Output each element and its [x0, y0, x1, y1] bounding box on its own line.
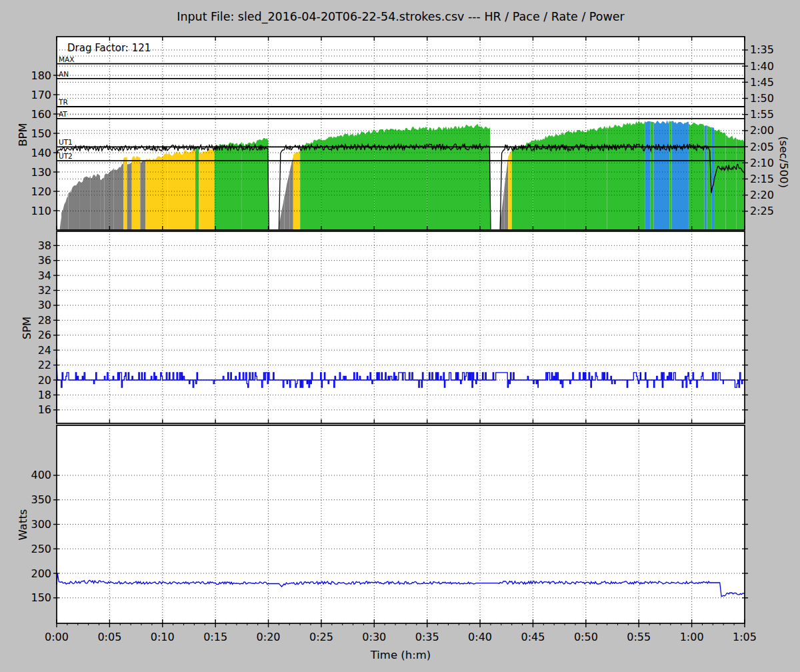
pace-ytick-label: 2:05 [750, 141, 774, 153]
watts-y-axis-label: Watts [17, 509, 29, 541]
pace-ytick-label: 2:15 [750, 173, 774, 185]
hr-bar-segment-gray [91, 174, 100, 231]
x-tick-label: 0:35 [415, 631, 439, 643]
watts-ytick-label: 200 [31, 567, 51, 580]
hr-ytick-label: 150 [31, 127, 51, 140]
zone-label-at: AT [59, 110, 67, 118]
spm-ytick-label: 36 [38, 254, 51, 267]
spm-ytick-label: 20 [38, 374, 51, 387]
hr-bar-segment-green [242, 138, 269, 230]
hr-bar-segment-blue [705, 125, 707, 230]
pace-ytick-label: 1:40 [750, 60, 774, 73]
zone-label-ut2: UT2 [59, 152, 73, 160]
zone-label-ut1: UT1 [59, 138, 73, 146]
hr-bar-segment-yellow [132, 156, 141, 230]
x-tick-label: 0:25 [309, 631, 333, 643]
hr-bar-segment-green [374, 127, 427, 230]
hr-bar-segment-yellow [123, 157, 127, 231]
hr-bar-segment-green [565, 126, 607, 230]
x-tick-label: 0:10 [151, 631, 175, 643]
watts-ytick-label: 350 [31, 493, 51, 506]
chart-canvas: Input File: sled_2016-04-20T06-22-54.str… [0, 0, 800, 672]
x-axis-label: Time (h:m) [370, 649, 431, 661]
pace-ytick-label: 2:10 [750, 157, 774, 169]
hr-bar-segment-green [725, 135, 736, 230]
x-tick-label: 0:05 [97, 631, 121, 643]
hr-bar-segment-gray [127, 163, 132, 230]
hr-ytick-label: 130 [31, 166, 51, 179]
x-tick-label: 0:30 [362, 631, 386, 643]
hr-bar-segment-green [480, 126, 490, 230]
hr-bar-segment-green [736, 139, 745, 230]
hr-ytick-label: 170 [31, 89, 51, 101]
watts-ytick-label: 300 [31, 518, 51, 531]
hr-bar-segment-blue [654, 120, 670, 230]
hr-ytick-label: 160 [31, 108, 51, 121]
hr-bar-segment-yellow [293, 151, 300, 230]
spm-ytick-label: 34 [38, 269, 51, 282]
x-tick-label: 0:00 [45, 631, 69, 643]
spm-ytick-label: 28 [38, 314, 51, 327]
x-tick-label: 1:00 [680, 631, 704, 643]
hr-bar-segment-blue [645, 121, 651, 230]
pace-ytick-label: 1:50 [750, 92, 774, 105]
spm-ytick-label: 32 [38, 284, 51, 297]
hr-bar-segment-green [651, 122, 654, 230]
watts-ytick-label: 150 [31, 591, 51, 604]
hr-bar-segment-yellow [508, 151, 512, 230]
figure: Input File: sled_2016-04-20T06-22-54.str… [0, 0, 800, 672]
pace-ytick-label: 2:20 [750, 189, 774, 201]
x-tick-label: 0:15 [203, 631, 227, 643]
spm-ytick-label: 18 [38, 389, 51, 401]
hr-bar-segment-yellow [145, 153, 167, 230]
hr-bar-segment-green [195, 147, 199, 230]
drag-factor-annotation: Drag Factor: 121 [67, 42, 151, 54]
hr-ytick-label: 110 [31, 205, 51, 217]
x-tick-label: 0:50 [574, 631, 598, 643]
hr-ytick-label: 180 [31, 69, 51, 82]
watts-ytick-label: 250 [31, 543, 51, 555]
hr-ytick-label: 140 [31, 147, 51, 159]
x-tick-label: 0:40 [468, 631, 492, 643]
hr-bar-segment-green [427, 124, 480, 231]
spm-ytick-label: 38 [38, 239, 51, 252]
zone-label-an: AN [59, 70, 69, 78]
pace-ytick-label: 1:35 [750, 43, 774, 56]
spm-ytick-label: 16 [38, 403, 51, 416]
pace-ytick-label: 1:45 [750, 76, 774, 89]
x-tick-label: 0:45 [521, 631, 545, 643]
spm-ytick-label: 22 [38, 359, 51, 371]
hr-y-axis-label: BPM [17, 123, 29, 147]
x-tick-label: 0:20 [257, 631, 281, 643]
power-panel [53, 425, 748, 627]
spm-ytick-label: 24 [38, 344, 51, 357]
pace-y-axis-label: (sec/500) [777, 136, 790, 188]
pace-ytick-label: 2:00 [750, 124, 774, 137]
hr-bar-segment-green [215, 142, 242, 230]
hr-bar-segment-blue [671, 121, 689, 230]
hr-bar-segment-gray [104, 168, 113, 230]
spm-ytick-label: 30 [38, 299, 51, 311]
watts-ytick-label: 400 [31, 469, 51, 481]
hr-bar-segment-green [689, 123, 705, 230]
pace-ytick-label: 1:55 [750, 108, 774, 121]
stroke-rate-panel [53, 231, 748, 423]
hr-bar-segment-green [714, 129, 725, 230]
hr-bar-segment-gray [100, 177, 104, 230]
hr-bar-segment-green [669, 121, 671, 230]
hr-bar-segment-green [607, 121, 645, 230]
x-tick-label: 1:05 [733, 631, 757, 643]
plot-background [57, 231, 745, 423]
hr-bar-segment-green [321, 129, 374, 230]
pace-ytick-label: 2:25 [750, 205, 774, 217]
hr-ytick-label: 120 [31, 185, 51, 198]
zone-label-max: MAX [59, 55, 74, 63]
zone-label-tr: TR [58, 98, 68, 106]
hr-bar-segment-gray [80, 176, 91, 231]
hr-bar-segment-gray [114, 164, 123, 230]
spm-ytick-label: 26 [38, 329, 51, 341]
hr-pace-panel: MAXANTRATUT1UT2 [53, 37, 748, 230]
hr-bar-segment-green [512, 140, 533, 230]
spm-y-axis-label: SPM [21, 317, 33, 340]
page-title: Input File: sled_2016-04-20T06-22-54.str… [177, 10, 625, 24]
